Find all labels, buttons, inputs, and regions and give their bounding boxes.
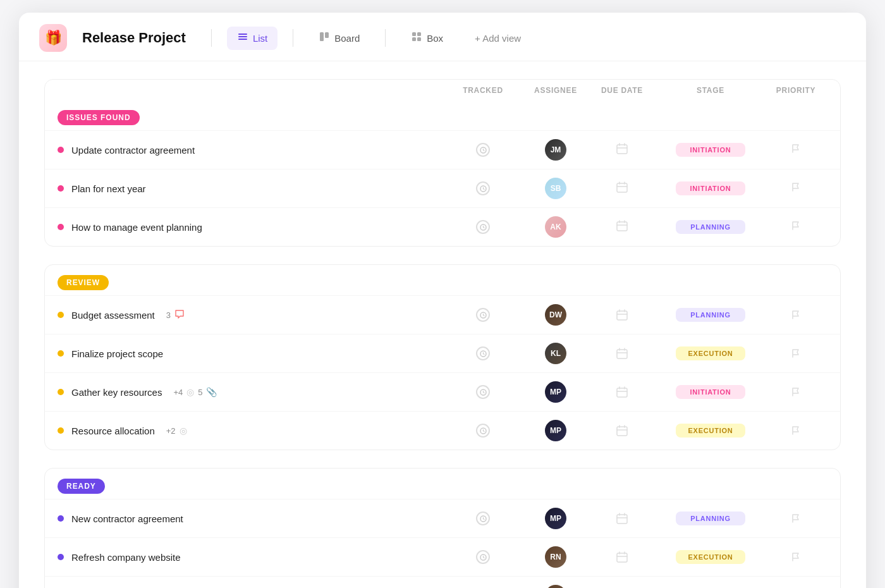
task-name-cell: Refresh company website xyxy=(58,552,442,563)
section-review: REVIEW Budget assessment 3 xyxy=(44,264,841,450)
assignee-cell: MP xyxy=(524,381,587,403)
svg-rect-17 xyxy=(617,553,627,562)
task-name-cell: Budget assessment 3 xyxy=(58,309,442,321)
svg-rect-7 xyxy=(412,37,416,41)
stage-cell: PLANNING xyxy=(657,308,764,322)
stage-cell: PLANNING xyxy=(657,220,764,234)
app-container: 🎁 Release Project List Board Box + Add v… xyxy=(19,13,866,588)
flag-icon xyxy=(791,144,801,156)
tracked-cell[interactable] xyxy=(442,143,524,157)
task-name: Refresh company website xyxy=(71,552,181,563)
col-stage: STAGE xyxy=(657,86,764,95)
column-headers: TRACKED ASSIGNEE DUE DATE STAGE PRIORITY xyxy=(45,80,840,100)
due-date-cell[interactable] xyxy=(587,181,657,197)
task-name: Update contractor agreement xyxy=(71,145,195,156)
due-date-cell[interactable] xyxy=(587,512,657,525)
table-row[interactable]: Refresh company website RN EXECUTI xyxy=(45,537,840,576)
tracked-cell[interactable] xyxy=(442,511,524,525)
avatar: RN xyxy=(545,546,566,568)
stage-cell: EXECUTION xyxy=(657,424,764,438)
task-name-cell: How to manage event planning xyxy=(58,222,442,233)
nav-list[interactable]: List xyxy=(227,27,278,50)
section-label-issues: ISSUES FOUND xyxy=(45,100,840,130)
section-label-ready: READY xyxy=(45,469,840,499)
tracked-icon xyxy=(476,346,490,360)
assignee-cell: RN xyxy=(524,585,587,588)
tracked-cell[interactable] xyxy=(442,308,524,322)
assignee-cell: RN xyxy=(524,546,587,568)
due-date-cell[interactable] xyxy=(587,309,657,321)
calendar-icon xyxy=(616,181,628,197)
due-date-cell[interactable] xyxy=(587,551,657,563)
assignee-cell: MP xyxy=(524,420,587,441)
due-date-cell[interactable] xyxy=(587,424,657,437)
tracked-cell[interactable] xyxy=(442,385,524,399)
table-row[interactable]: Resource allocation +2 ◎ MP xyxy=(45,411,840,450)
priority-cell[interactable] xyxy=(764,513,827,524)
task-name: Gather key resources xyxy=(71,387,162,398)
col-due-date: DUE DATE xyxy=(587,86,657,95)
avatar: SB xyxy=(545,178,566,199)
priority-cell[interactable] xyxy=(764,426,827,436)
table-row[interactable]: Update key objectives 5 📎 RN xyxy=(45,576,840,588)
dot-icon xyxy=(58,427,64,434)
due-date-cell[interactable] xyxy=(587,219,657,235)
priority-cell[interactable] xyxy=(764,552,827,562)
add-view-button[interactable]: + Add view xyxy=(468,28,527,48)
due-date-cell[interactable] xyxy=(587,142,657,158)
assignee-cell: SB xyxy=(524,178,587,199)
table-row[interactable]: How to manage event planning AK xyxy=(45,207,840,246)
stage-badge: INITIATION xyxy=(676,385,745,399)
tracked-icon xyxy=(476,385,490,399)
task-meta: +2 ◎ xyxy=(166,426,187,436)
task-name-cell: Gather key resources +4 ◎ 5 📎 xyxy=(58,387,442,398)
svg-rect-11 xyxy=(617,222,627,231)
col-task xyxy=(58,86,442,95)
tracked-cell[interactable] xyxy=(442,220,524,234)
due-date-cell[interactable] xyxy=(587,347,657,360)
priority-cell[interactable] xyxy=(764,387,827,397)
due-date-cell[interactable] xyxy=(587,386,657,398)
table-row[interactable]: Plan for next year SB xyxy=(45,169,840,207)
task-name: How to manage event planning xyxy=(71,222,202,233)
task-name: Resource allocation xyxy=(71,426,155,436)
tracked-cell[interactable] xyxy=(442,550,524,564)
priority-cell[interactable] xyxy=(764,348,827,358)
tracked-cell[interactable] xyxy=(442,181,524,195)
badge-issues-found: ISSUES FOUND xyxy=(58,110,140,125)
svg-rect-0 xyxy=(238,34,247,35)
table-row[interactable]: Gather key resources +4 ◎ 5 📎 xyxy=(45,372,840,411)
table-row[interactable]: Budget assessment 3 xyxy=(45,295,840,334)
col-tracked: TRACKED xyxy=(442,86,524,95)
assignee-cell: MP xyxy=(524,508,587,529)
nav-box[interactable]: Box xyxy=(401,27,453,50)
priority-cell[interactable] xyxy=(764,221,827,233)
table-row[interactable]: Finalize project scope KL EXECUTIO xyxy=(45,334,840,372)
tracked-cell[interactable] xyxy=(442,346,524,360)
nav-board[interactable]: Board xyxy=(308,27,370,50)
stage-badge: PLANNING xyxy=(676,511,745,525)
svg-rect-5 xyxy=(412,32,416,36)
nav-divider xyxy=(211,29,212,47)
svg-rect-2 xyxy=(238,39,247,40)
priority-cell[interactable] xyxy=(764,310,827,320)
avatar: DW xyxy=(545,304,566,326)
badge-review: REVIEW xyxy=(58,275,109,290)
dot-icon xyxy=(58,312,64,318)
table-row[interactable]: Update contractor agreement JM xyxy=(45,130,840,169)
table-row[interactable]: New contractor agreement MP PLANNI xyxy=(45,499,840,537)
app-logo: 🎁 xyxy=(39,24,67,52)
svg-rect-12 xyxy=(617,311,627,320)
section-label-review: REVIEW xyxy=(45,265,840,295)
board-icon xyxy=(319,31,330,46)
calendar-icon xyxy=(616,219,628,235)
priority-cell[interactable] xyxy=(764,144,827,156)
svg-rect-16 xyxy=(617,515,627,524)
priority-cell[interactable] xyxy=(764,182,827,195)
svg-rect-10 xyxy=(617,183,627,192)
tracked-cell[interactable] xyxy=(442,424,524,438)
stage-cell: EXECUTION xyxy=(657,346,764,360)
header: 🎁 Release Project List Board Box + Add v… xyxy=(19,13,866,61)
calendar-icon xyxy=(616,142,628,158)
task-name-cell: Plan for next year xyxy=(58,183,442,194)
